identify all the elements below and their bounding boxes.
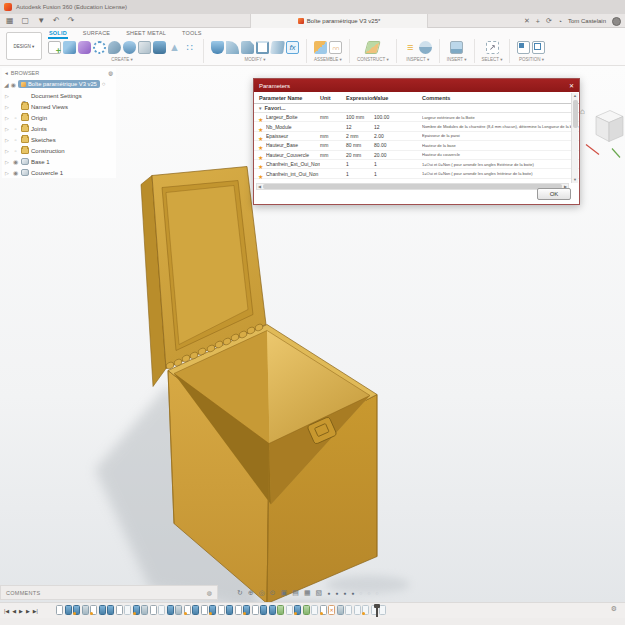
visibility-eye-icon[interactable]: ◉: [11, 81, 16, 88]
toolbar-icon[interactable]: [419, 41, 432, 54]
toolbar-icon[interactable]: [226, 41, 239, 54]
scroll-down-icon[interactable]: ▼: [572, 177, 578, 183]
timeline-feature-icon[interactable]: [303, 605, 310, 615]
timeline-feature-icon[interactable]: [320, 605, 327, 615]
visibility-eye-icon[interactable]: [12, 115, 19, 121]
toolbar-icon[interactable]: [78, 41, 91, 54]
scroll-up-icon[interactable]: ▲: [572, 93, 578, 99]
nav-icon[interactable]: ▤: [292, 586, 299, 600]
toolbar-icon[interactable]: [153, 41, 166, 54]
root-options-icon[interactable]: ○: [102, 81, 106, 87]
parameter-expression[interactable]: 2 mm: [346, 133, 374, 139]
browser-root-item[interactable]: ◢ ◉ Boîte paramétrique V3 v25 ○: [2, 78, 116, 90]
timeline-feature-icon[interactable]: [158, 605, 165, 615]
nav-icon[interactable]: ●: [351, 586, 354, 600]
timeline-feature-icon[interactable]: [252, 605, 259, 615]
comments-toggle-icon[interactable]: ◍: [207, 589, 212, 596]
nav-icon[interactable]: ●: [343, 586, 346, 600]
vertical-scrollbar[interactable]: ▲ ▼: [571, 93, 578, 183]
quick-access-icon[interactable]: ↷: [68, 14, 75, 28]
parameter-comments[interactable]: 1=Oui et 0=Non ( pour arrondir les angle…: [422, 171, 579, 176]
timeline-feature-icon[interactable]: [354, 605, 361, 615]
toolbar-icon[interactable]: [517, 41, 530, 54]
timeline-feature-icon[interactable]: [209, 605, 216, 615]
timeline-feature-icon[interactable]: [379, 605, 386, 615]
timeline-feature-icon[interactable]: [226, 605, 233, 615]
user-name[interactable]: Tom Castelain: [568, 18, 606, 24]
toolbar-icon[interactable]: [314, 41, 327, 54]
nav-icon[interactable]: ⊕: [248, 586, 254, 600]
browser-item[interactable]: ▷ Origin: [2, 112, 116, 123]
parameter-expression[interactable]: 100 mm: [346, 114, 374, 120]
timeline-feature-icon[interactable]: [116, 605, 123, 615]
parameter-row[interactable]: Chanfrein_Ext_Oui_Non 1 1 1=Oui et 0=Non…: [254, 160, 579, 169]
toolbar-icon[interactable]: [270, 41, 285, 54]
nav-icon[interactable]: ○: [359, 586, 362, 600]
timeline-feature-icon[interactable]: [99, 605, 106, 615]
toolbar-icon[interactable]: [329, 41, 342, 54]
nav-icon[interactable]: ▣: [281, 586, 288, 600]
group-insert-label[interactable]: INSERT ▾: [447, 57, 467, 62]
timeline-feature-icon[interactable]: [362, 605, 369, 615]
horizontal-scrollbar[interactable]: ◀ ▶: [256, 183, 569, 190]
quick-access-icon[interactable]: ▢: [22, 14, 30, 28]
group-inspect-label[interactable]: INSPECT ▾: [406, 57, 429, 62]
toolbar-icon[interactable]: [63, 41, 76, 54]
expand-arrow-icon[interactable]: ▷: [5, 137, 10, 143]
quick-access-icon[interactable]: ▼: [37, 14, 45, 28]
toolbar-icon[interactable]: [108, 41, 121, 54]
quick-access-icon[interactable]: ↶: [53, 14, 60, 28]
parameter-expression[interactable]: 20 mm: [346, 152, 374, 158]
toolbar-icon[interactable]: [256, 41, 269, 54]
nav-icon[interactable]: ▧: [316, 586, 323, 600]
browser-item[interactable]: ▷ Document Settings: [2, 90, 116, 101]
playback-button[interactable]: ▶|: [33, 608, 38, 614]
ribbon-tab[interactable]: SHEET METAL: [125, 29, 167, 39]
root-component-chip[interactable]: Boîte paramétrique V3 v25: [18, 80, 100, 88]
document-tab[interactable]: Boîte paramétrique V3 v25*: [250, 14, 428, 28]
group-position-label[interactable]: POSITION ▾: [519, 57, 544, 62]
group-construct-label[interactable]: CONSTRUCT ▾: [357, 57, 389, 62]
timeline-feature-icon[interactable]: [141, 605, 148, 615]
ribbon-tab[interactable]: SOLID: [48, 29, 68, 39]
group-assemble-label[interactable]: ASSEMBLE ▾: [314, 57, 342, 62]
timeline-feature-icon[interactable]: [133, 605, 140, 615]
parameter-comments[interactable]: Epaisseur de la paroi: [422, 133, 579, 138]
workspace-design-button[interactable]: DESIGN ▾: [6, 32, 42, 60]
playback-button[interactable]: ▶: [26, 608, 30, 614]
timeline-feature-icon[interactable]: [277, 605, 284, 615]
parameter-comments[interactable]: Hauteur du couvercle: [422, 152, 579, 157]
browser-item[interactable]: ▷ Base 1: [2, 156, 116, 167]
new-tab-icon[interactable]: +: [536, 18, 540, 25]
timeline-feature-icon[interactable]: [269, 605, 276, 615]
parameter-expression[interactable]: 80 mm: [346, 142, 374, 148]
timeline-settings-gear-icon[interactable]: ⚙: [611, 605, 617, 613]
parameter-row[interactable]: Largeur_Boite mm 100 mm 100.00 Largeur e…: [254, 113, 579, 122]
view-cube[interactable]: [586, 111, 623, 158]
toolbar-icon[interactable]: [93, 41, 106, 54]
parameter-expression[interactable]: 12: [346, 124, 374, 130]
expand-arrow-icon[interactable]: ▷: [5, 159, 10, 165]
nav-icon[interactable]: ●: [335, 586, 338, 600]
toolbar-icon[interactable]: [138, 41, 151, 54]
timeline-feature-icon[interactable]: [311, 605, 318, 615]
expand-arrow-icon[interactable]: ▷: [5, 104, 10, 110]
ribbon-tab[interactable]: TOOLS: [181, 29, 203, 39]
toolbar-icon[interactable]: [450, 41, 463, 54]
toolbar-icon[interactable]: [168, 41, 181, 54]
timeline-feature-icon[interactable]: [235, 605, 242, 615]
favorite-star-icon[interactable]: [254, 165, 266, 183]
parameter-comments[interactable]: 1=Oui et 0=Non ( pour arrondir les angle…: [422, 162, 579, 167]
parameter-row[interactable]: Epaisseur mm 2 mm 2.00 Epaisseur de la p…: [254, 132, 579, 141]
toolbar-icon[interactable]: [123, 41, 136, 54]
expand-arrow-icon[interactable]: ▷: [5, 170, 10, 176]
browser-item[interactable]: ▷ Construction: [2, 145, 116, 156]
playback-button[interactable]: ▶: [19, 608, 23, 614]
parameter-row[interactable]: Hauteur_Base mm 80 mm 80.00 Hauteur de l…: [254, 141, 579, 150]
timeline-feature-icon[interactable]: [56, 605, 63, 615]
timeline-feature-icon[interactable]: [82, 605, 89, 615]
timeline-feature-icon[interactable]: [243, 605, 250, 615]
group-create-label[interactable]: CREATE ▾: [111, 57, 132, 62]
timeline-feature-icon[interactable]: [175, 605, 182, 615]
expand-arrow-icon[interactable]: ▷: [5, 93, 10, 99]
